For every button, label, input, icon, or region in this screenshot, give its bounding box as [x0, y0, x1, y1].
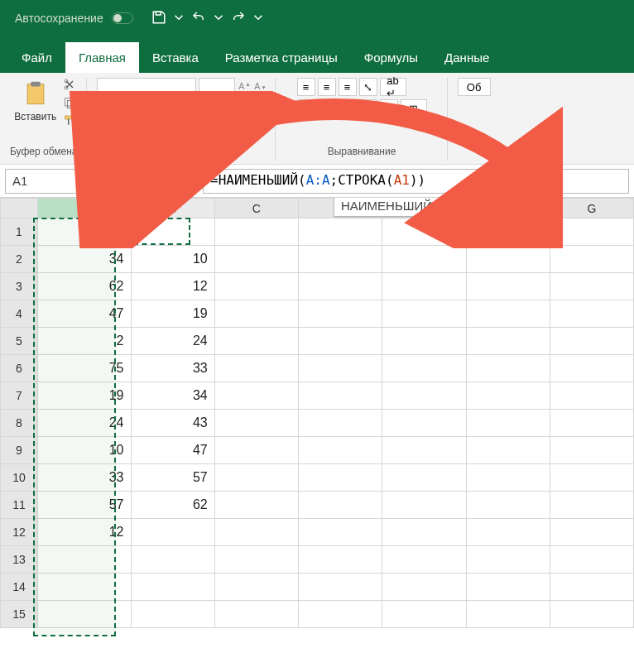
tab-formulas[interactable]: Формулы: [351, 42, 431, 73]
cell[interactable]: [466, 300, 550, 328]
cell[interactable]: [550, 246, 633, 273]
fx-icon[interactable]: fx: [184, 174, 191, 189]
cell[interactable]: [214, 382, 298, 410]
cell[interactable]: [382, 437, 466, 464]
cell[interactable]: [550, 382, 633, 410]
enter-icon[interactable]: [162, 173, 175, 189]
tab-file[interactable]: Файл: [8, 42, 65, 73]
cell[interactable]: [382, 492, 466, 519]
row-header[interactable]: 14: [1, 574, 38, 601]
cell[interactable]: [214, 519, 298, 546]
cancel-icon[interactable]: [141, 173, 154, 189]
cell[interactable]: [466, 437, 550, 464]
cell[interactable]: [466, 464, 550, 492]
cell[interactable]: 33: [38, 464, 132, 492]
row-header[interactable]: 1: [1, 218, 38, 246]
cell[interactable]: 24: [131, 328, 214, 355]
row-header[interactable]: 2: [1, 246, 38, 273]
cell[interactable]: [299, 246, 382, 273]
merge-icon[interactable]: ⊞: [401, 99, 427, 118]
italic-button[interactable]: К: [118, 99, 136, 118]
row-header[interactable]: 6: [1, 355, 38, 382]
name-box[interactable]: A1 ▾: [5, 169, 129, 194]
paste-button[interactable]: Вставить: [11, 78, 60, 124]
cell[interactable]: 19: [131, 300, 214, 328]
cell[interactable]: [382, 273, 466, 300]
font-color-button[interactable]: A: [200, 99, 219, 118]
cell[interactable]: [550, 574, 633, 601]
undo-icon[interactable]: [191, 10, 206, 27]
cell[interactable]: [38, 601, 132, 628]
cell[interactable]: [466, 355, 550, 382]
column-header-c[interactable]: C: [214, 199, 298, 218]
tab-insert[interactable]: Вставка: [139, 42, 212, 73]
cell[interactable]: [299, 574, 382, 601]
cell[interactable]: [299, 300, 382, 328]
cell[interactable]: [466, 574, 550, 601]
row-header[interactable]: 9: [1, 437, 38, 464]
chevron-down-icon[interactable]: ▾: [115, 174, 122, 189]
align-middle-icon[interactable]: ≡: [318, 78, 336, 96]
cell[interactable]: [466, 492, 550, 519]
cell[interactable]: [466, 273, 550, 300]
row-header[interactable]: 4: [1, 300, 38, 328]
row-header[interactable]: 15: [1, 601, 38, 628]
dropdown-icon[interactable]: [171, 10, 186, 27]
row-header[interactable]: 12: [1, 519, 38, 546]
cell[interactable]: [131, 601, 214, 628]
cell[interactable]: [550, 218, 633, 246]
cell[interactable]: [299, 546, 382, 574]
cell[interactable]: [466, 546, 550, 574]
cell[interactable]: 75: [38, 355, 132, 382]
cell[interactable]: [550, 300, 633, 328]
cell[interactable]: [466, 246, 550, 273]
border-button[interactable]: [159, 99, 177, 118]
cell[interactable]: 12: [131, 273, 214, 300]
cell[interactable]: [38, 574, 132, 601]
cell[interactable]: [466, 601, 550, 628]
cell[interactable]: 57: [131, 464, 214, 492]
format-painter-icon[interactable]: [63, 114, 76, 130]
cell[interactable]: [214, 328, 298, 355]
cell[interactable]: [550, 328, 633, 355]
cell[interactable]: [214, 601, 298, 628]
cell[interactable]: [550, 410, 633, 437]
cell[interactable]: [299, 601, 382, 628]
cell[interactable]: [550, 601, 633, 628]
cell[interactable]: [382, 218, 466, 246]
cell[interactable]: [466, 519, 550, 546]
cell[interactable]: [550, 437, 633, 464]
cell[interactable]: [131, 574, 214, 601]
cell[interactable]: 47: [131, 437, 214, 464]
align-right-icon[interactable]: ≡: [339, 99, 357, 118]
column-header-a[interactable]: A: [38, 199, 132, 218]
cell[interactable]: 34: [38, 246, 132, 273]
spreadsheet-grid[interactable]: A B C D E F G 14323410362124471952246753…: [0, 198, 634, 636]
cell[interactable]: [382, 355, 466, 382]
cell[interactable]: 34: [131, 382, 214, 410]
cell[interactable]: [299, 382, 382, 410]
row-header[interactable]: 13: [1, 546, 38, 574]
row-header[interactable]: 11: [1, 492, 38, 519]
cell[interactable]: [550, 546, 633, 574]
dropdown-icon[interactable]: [211, 10, 226, 27]
autosave-toggle[interactable]: Автосохранение: [15, 12, 133, 25]
align-center-icon[interactable]: ≡: [318, 99, 336, 118]
save-icon[interactable]: [151, 10, 166, 27]
cell[interactable]: [550, 273, 633, 300]
cell[interactable]: [466, 328, 550, 355]
cell[interactable]: [299, 519, 382, 546]
row-header[interactable]: 5: [1, 328, 38, 355]
cell[interactable]: [382, 546, 466, 574]
tab-home[interactable]: Главная: [65, 42, 139, 73]
increase-indent-icon[interactable]: ⇥: [380, 99, 398, 118]
copy-icon[interactable]: [63, 96, 76, 112]
row-header[interactable]: 7: [1, 382, 38, 410]
cell[interactable]: [382, 246, 466, 273]
cell[interactable]: 62: [38, 273, 132, 300]
orientation-icon[interactable]: ⤡: [359, 78, 377, 96]
cell[interactable]: 12: [38, 519, 132, 546]
cell[interactable]: [382, 382, 466, 410]
row-header[interactable]: 8: [1, 410, 38, 437]
cell[interactable]: [299, 410, 382, 437]
